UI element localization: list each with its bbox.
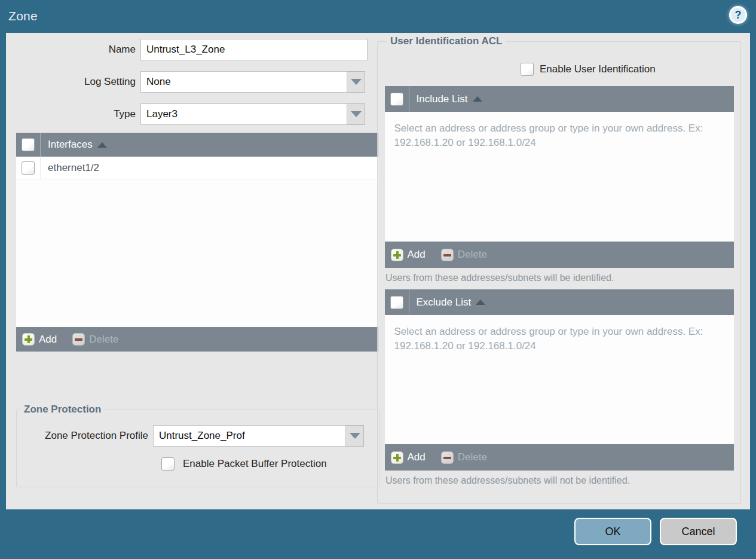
minus-icon	[72, 333, 85, 346]
include-list-note: Users from these addresses/subnets will …	[384, 268, 735, 289]
plus-icon	[391, 249, 403, 261]
exclude-list-column-header[interactable]: Exclude List	[417, 297, 472, 308]
log-setting-combo	[140, 71, 365, 93]
packet-buffer-checkbox[interactable]	[161, 457, 175, 471]
zone-protection-profile-label: Zone Protection Profile	[17, 430, 153, 442]
include-list-body[interactable]: Select an address or address group or ty…	[385, 112, 734, 242]
include-list-header: Include List	[385, 86, 734, 112]
include-list-placeholder: Select an address or address group or ty…	[385, 112, 720, 150]
exclude-select-all-cell	[385, 289, 409, 315]
interfaces-select-all-checkbox[interactable]	[22, 138, 35, 151]
table-row[interactable]: ethernet1/2	[16, 157, 378, 179]
interface-name: ethernet1/2	[48, 162, 99, 174]
zone-protection-section: Zone Protection Zone Protection Profile …	[16, 404, 379, 487]
interfaces-select-all-cell	[16, 133, 41, 157]
interfaces-table-header: Interfaces	[16, 133, 378, 157]
ok-button[interactable]: OK	[574, 518, 651, 545]
exclude-list-body[interactable]: Select an address or address group or ty…	[385, 315, 734, 444]
sort-ascending-icon[interactable]	[476, 300, 485, 305]
user-identification-acl-section: User Identification ACL Enable User Iden…	[377, 35, 741, 504]
help-icon[interactable]: ?	[729, 6, 747, 24]
enable-user-identification-label: Enable User Identification	[540, 63, 656, 75]
zone-protection-profile-row: Zone Protection Profile	[17, 425, 379, 447]
minus-icon	[441, 249, 454, 261]
exclude-list-placeholder: Select an address or address group or ty…	[385, 315, 720, 353]
packet-buffer-label: Enable Packet Buffer Protection	[183, 458, 327, 470]
include-select-all-checkbox[interactable]	[390, 93, 403, 106]
type-input[interactable]	[140, 103, 347, 125]
name-label: Name	[6, 44, 140, 56]
interfaces-table: Interfaces ethernet1/2 Add Dele	[16, 133, 378, 352]
log-setting-row: Log Setting	[6, 71, 379, 93]
left-column: Name Log Setting Type	[6, 33, 379, 136]
exclude-list-footer: Add Delete	[385, 444, 734, 471]
name-input[interactable]	[140, 39, 368, 60]
exclude-add-button[interactable]: Add	[391, 451, 426, 464]
exclude-list-header: Exclude List	[385, 289, 734, 315]
include-list-table: Include List Select an address or addres…	[385, 86, 734, 268]
include-select-all-cell	[385, 86, 409, 112]
dialog-titlebar: Zone ?	[0, 0, 756, 33]
dialog-title: Zone	[8, 9, 38, 23]
log-setting-input[interactable]	[140, 71, 347, 93]
log-setting-dropdown-button[interactable]	[347, 71, 365, 93]
type-row: Type	[6, 103, 379, 125]
plus-icon	[391, 451, 403, 464]
type-label: Type	[6, 108, 140, 120]
row-checkbox[interactable]	[22, 161, 35, 175]
dialog-content: Name Log Setting Type	[6, 33, 750, 509]
zone-protection-profile-combo	[153, 425, 364, 447]
sort-ascending-icon[interactable]	[97, 142, 107, 148]
enable-user-identification-checkbox[interactable]	[521, 63, 534, 76]
type-dropdown-button[interactable]	[347, 103, 365, 125]
enable-user-identification-row: Enable User Identification	[521, 63, 735, 76]
include-list-column-header[interactable]: Include List	[417, 93, 468, 105]
name-row: Name	[6, 39, 379, 60]
exclude-list-table: Exclude List Select an address or addres…	[385, 289, 734, 471]
user-identification-acl-legend: User Identification ACL	[387, 35, 506, 47]
row-checkbox-cell	[16, 157, 41, 179]
dialog-footer: OK Cancel	[0, 509, 756, 559]
interfaces-table-footer: Add Delete	[16, 327, 378, 352]
add-button[interactable]: Add	[22, 333, 57, 346]
sort-ascending-icon[interactable]	[473, 96, 482, 102]
zone-protection-legend: Zone Protection	[20, 404, 105, 416]
interfaces-column-header[interactable]: Interfaces	[48, 139, 93, 151]
log-setting-label: Log Setting	[6, 76, 140, 88]
minus-icon	[441, 451, 454, 464]
packet-buffer-row: Enable Packet Buffer Protection	[161, 457, 379, 471]
cancel-button[interactable]: Cancel	[660, 518, 737, 545]
exclude-delete-button[interactable]: Delete	[441, 451, 487, 464]
delete-button[interactable]: Delete	[72, 333, 118, 346]
zone-protection-profile-dropdown-button[interactable]	[346, 425, 364, 447]
exclude-select-all-checkbox[interactable]	[390, 296, 403, 309]
include-add-button[interactable]: Add	[391, 249, 426, 261]
include-delete-button[interactable]: Delete	[441, 249, 487, 261]
plus-icon	[22, 333, 35, 346]
chevron-down-icon	[351, 111, 362, 117]
exclude-list-note: Users from these addresses/subnets will …	[384, 471, 735, 492]
interfaces-table-body: ethernet1/2	[16, 157, 378, 327]
chevron-down-icon	[350, 433, 360, 439]
type-combo	[140, 103, 365, 125]
zone-protection-profile-input[interactable]	[153, 425, 346, 447]
include-list-footer: Add Delete	[385, 242, 734, 268]
chevron-down-icon	[351, 79, 362, 85]
